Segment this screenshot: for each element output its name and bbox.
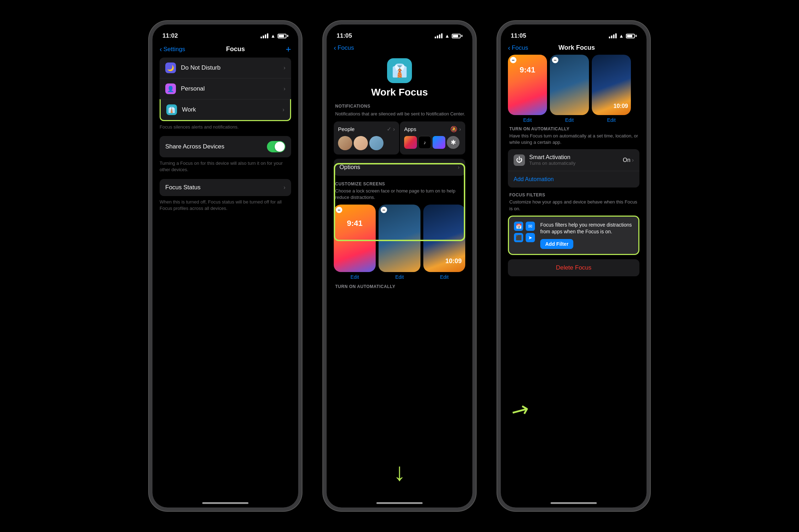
preview-time-3-1: 9:41: [520, 65, 535, 75]
filter-icons-grid: 📅 ✉ ⬛ ➤: [514, 222, 535, 242]
back-button-2[interactable]: ‹ Focus: [334, 44, 354, 52]
remove-btn-3-1[interactable]: –: [510, 57, 516, 63]
add-automation-btn[interactable]: Add Automation: [508, 171, 639, 188]
focus-list: 🌙 Do Not Disturb › 👤 Personal › 👔 Work ›: [152, 58, 298, 212]
screen-previews-3: – 9:41 Edit – Edit 10:09 Edit: [508, 55, 639, 123]
battery-icon-3: [626, 34, 637, 38]
mail-filter-icon: ✉: [526, 222, 535, 231]
options-label: Options: [339, 164, 360, 171]
home-bar-1: [202, 502, 248, 504]
edit-btn-3-1[interactable]: Edit: [508, 117, 547, 123]
time-3: 11:05: [511, 32, 526, 39]
work-focus-title: Work Focus: [334, 87, 465, 98]
screen-preview-2: –: [379, 205, 420, 272]
avatar-3: [369, 136, 384, 150]
share-toggle-row: Share Across Devices: [160, 136, 291, 157]
people-card[interactable]: People ✓ ›: [334, 121, 399, 154]
status-bar-2: 11:05 ▲: [327, 25, 472, 42]
share-toggle[interactable]: [267, 141, 285, 152]
phone-2-screen: 11:05 ▲ ‹ Focus 👔: [327, 25, 472, 507]
smart-activation-row[interactable]: ⏻ Smart Activation Turns on automaticall…: [508, 149, 639, 171]
phone-1: 11:02 ▲ ‹ Settings Focus +: [149, 21, 302, 511]
edit-btn-3-3[interactable]: Edit: [592, 117, 631, 123]
wifi-icon: ▲: [270, 33, 275, 39]
add-filter-button[interactable]: Add Filter: [540, 239, 573, 249]
preview-1-wrap: – 9:41 Edit: [334, 205, 376, 280]
smart-title: Smart Activation: [529, 154, 575, 161]
calendar-filter-icon: 📅: [514, 222, 523, 231]
edit-button-2[interactable]: Edit: [379, 274, 420, 280]
personal-label: Personal: [181, 85, 205, 92]
back-button-1[interactable]: ‹ Settings: [160, 45, 185, 53]
work-label: Work: [182, 106, 196, 113]
green-down-arrow: ↓: [393, 458, 406, 486]
remove-btn-3-2[interactable]: –: [552, 57, 558, 63]
power-icon: ⏻: [514, 154, 525, 166]
screen-preview-3-2: –: [550, 55, 589, 115]
screen-preview-3: 10:09: [423, 205, 465, 272]
time-2: 11:05: [337, 32, 352, 39]
smart-value: On: [623, 157, 630, 163]
tiktok-icon: ♪: [418, 136, 431, 149]
edit-btn-3-2[interactable]: Edit: [550, 117, 589, 123]
work-chevron: ›: [283, 107, 284, 113]
focus-item-work[interactable]: 👔 Work ›: [160, 99, 291, 121]
focus-status-chevron: ›: [284, 184, 285, 191]
apps-card-title: Apps: [404, 126, 416, 132]
app-icons: ♪ ✱: [404, 136, 461, 149]
work-icon: 👔: [166, 104, 177, 115]
apps-card[interactable]: Apps 🔕 › ♪ ✱: [400, 121, 465, 154]
focus-filters-label: FOCUS FILTERS: [508, 192, 639, 197]
turn-on-auto-desc: Have this Focus turn on automatically at…: [508, 133, 639, 146]
phone2-content: 👔 Work Focus NOTIFICATIONS Notifications…: [327, 55, 472, 289]
notifications-desc: Notifications that are silenced will be …: [334, 111, 465, 117]
preview-3-1-wrap: – 9:41 Edit: [508, 55, 547, 123]
preview-3-2-wrap: – Edit: [550, 55, 589, 123]
phone-1-screen: 11:02 ▲ ‹ Settings Focus +: [152, 25, 298, 507]
back-label-3: Focus: [512, 44, 528, 51]
focus-item-personal[interactable]: 👤 Personal ›: [160, 78, 291, 99]
status-bar-3: 11:05 ▲: [501, 25, 647, 42]
maps-filter-icon: ➤: [526, 233, 535, 242]
home-bar-2: [376, 502, 423, 504]
page-title-3: Work Focus: [558, 44, 595, 51]
add-focus-button[interactable]: +: [286, 44, 291, 55]
dnd-icon: 🌙: [165, 63, 176, 73]
status-bar-1: 11:02 ▲: [152, 25, 298, 42]
home-bar-3: [551, 502, 597, 504]
toggle-knob: [275, 142, 285, 152]
status-icons-3: ▲: [609, 33, 637, 39]
apps-card-icon: 🔕 ›: [450, 126, 461, 132]
nav-bar-2: ‹ Focus: [327, 42, 472, 55]
back-button-3[interactable]: ‹ Focus: [508, 44, 528, 52]
customize-desc: Choose a lock screen face or home page t…: [334, 188, 465, 201]
screen-preview-3-1: – 9:41: [508, 55, 547, 115]
smart-sub: Turns on automatically: [529, 161, 575, 166]
edit-button-3[interactable]: Edit: [423, 274, 465, 280]
instagram-icon: [404, 136, 417, 149]
work-focus-icon: 👔: [387, 58, 412, 83]
edit-button-1[interactable]: Edit: [334, 274, 376, 280]
remove-button-2[interactable]: –: [381, 207, 387, 213]
options-row[interactable]: Options ›: [334, 159, 465, 176]
dnd-label: Do Not Disturb: [181, 64, 220, 71]
delete-focus-button[interactable]: Delete Focus: [508, 259, 639, 276]
share-desc: Turning a Focus on for this device will …: [160, 160, 291, 173]
wifi-icon-3: ▲: [619, 33, 624, 39]
preview-3-wrap: 10:09 Edit: [423, 205, 465, 280]
filter-tooltip: 📅 ✉ ⬛ ➤ Focus filters help you remove di…: [508, 216, 639, 255]
turn-on-auto-section: TURN ON AUTOMATICALLY Have this Focus tu…: [508, 126, 639, 188]
wifi-icon-2: ▲: [445, 33, 450, 39]
focus-status-item[interactable]: Focus Status ›: [160, 179, 291, 196]
focus-status-label: Focus Status: [165, 184, 200, 191]
more-apps-icon: ✱: [447, 136, 460, 149]
personal-chevron: ›: [284, 86, 285, 92]
focus-item-dnd[interactable]: 🌙 Do Not Disturb ›: [160, 58, 291, 78]
remove-button-1[interactable]: –: [336, 207, 342, 213]
time-1: 11:02: [162, 32, 178, 39]
delete-focus-label: Delete Focus: [556, 264, 591, 271]
focus-filters-desc: Customize how your apps and device behav…: [508, 199, 639, 212]
signal-icon-2: [435, 33, 443, 38]
phone3-content: – 9:41 Edit – Edit 10:09 Edit: [501, 55, 647, 276]
avatar-2: [354, 136, 368, 150]
